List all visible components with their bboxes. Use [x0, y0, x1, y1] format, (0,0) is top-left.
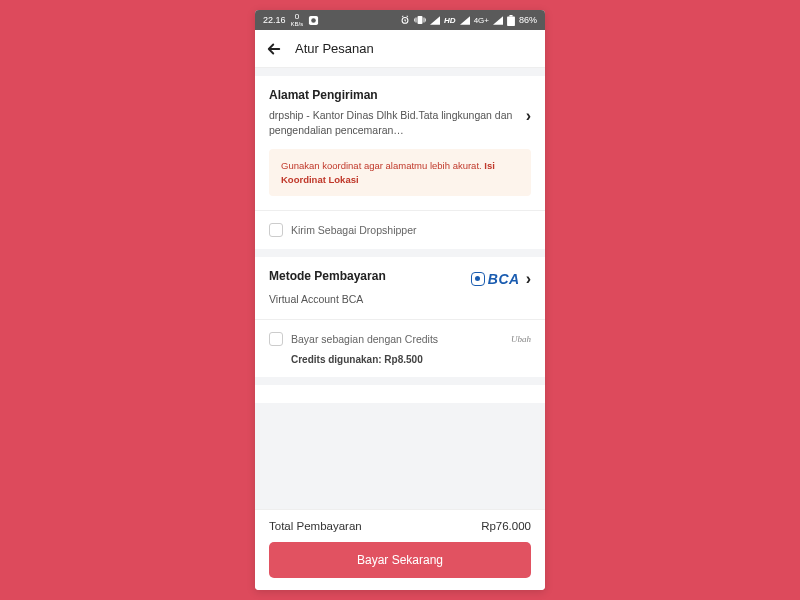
signal-icon	[430, 16, 440, 25]
status-net: 4G+	[474, 16, 489, 25]
credits-checkbox[interactable]	[269, 332, 283, 346]
svg-rect-7	[425, 19, 426, 22]
page-title: Atur Pesanan	[295, 41, 374, 56]
total-amount: Rp76.000	[481, 520, 531, 532]
svg-rect-3	[418, 16, 423, 24]
status-netspeed: 0 KB/s	[291, 13, 304, 27]
chevron-right-icon: ›	[526, 271, 531, 287]
address-heading: Alamat Pengiriman	[269, 88, 531, 102]
coordinate-banner[interactable]: Gunakan koordinat agar alamatmu lebih ak…	[269, 149, 531, 196]
app-bar: Atur Pesanan	[255, 30, 545, 68]
content-scroll[interactable]: Alamat Pengiriman drpship - Kantor Dinas…	[255, 68, 545, 509]
vibrate-icon	[414, 15, 426, 25]
svg-rect-5	[424, 18, 425, 23]
payment-heading: Metode Pembayaran	[269, 269, 386, 283]
dropshipper-row[interactable]: Kirim Sebagai Dropshipper	[269, 211, 531, 237]
svg-rect-9	[507, 16, 515, 25]
camera-icon	[308, 15, 319, 26]
dropshipper-label: Kirim Sebagai Dropshipper	[291, 224, 416, 236]
phone-frame: 22.16 0 KB/s HD 4G+	[255, 10, 545, 590]
address-text: drpship - Kantor Dinas Dlhk Bid.Tata lin…	[269, 108, 518, 137]
checkout-footer: Total Pembayaran Rp76.000 Bayar Sekarang	[255, 509, 545, 590]
signal3-icon	[493, 16, 503, 25]
address-row[interactable]: drpship - Kantor Dinas Dlhk Bid.Tata lin…	[269, 108, 531, 137]
cutoff-card	[255, 385, 545, 403]
status-hd: HD	[444, 16, 456, 25]
status-bar: 22.16 0 KB/s HD 4G+	[255, 10, 545, 30]
svg-rect-4	[416, 18, 417, 23]
dropshipper-checkbox[interactable]	[269, 223, 283, 237]
credits-used-text: Credits digunakan: Rp8.500	[269, 346, 531, 365]
chevron-right-icon: ›	[526, 108, 531, 124]
svg-rect-6	[414, 19, 415, 22]
address-card: Alamat Pengiriman drpship - Kantor Dinas…	[255, 76, 545, 249]
payment-method-button[interactable]: BCA ›	[471, 271, 531, 287]
banner-text: Gunakan koordinat agar alamatmu lebih ak…	[281, 160, 484, 171]
signal2-icon	[460, 16, 470, 25]
payment-subtitle: Virtual Account BCA	[269, 293, 531, 305]
battery-icon	[507, 15, 515, 26]
credits-label: Bayar sebagian dengan Credits	[291, 333, 438, 345]
alarm-icon	[400, 15, 410, 25]
status-battery: 86%	[519, 15, 537, 25]
svg-point-1	[311, 18, 316, 23]
bca-logo-icon: BCA	[471, 271, 520, 287]
credits-row[interactable]: Bayar sebagian dengan Credits	[269, 332, 438, 346]
payment-card: Metode Pembayaran BCA › Virtual Account …	[255, 257, 545, 377]
pay-now-button[interactable]: Bayar Sekarang	[269, 542, 531, 578]
total-label: Total Pembayaran	[269, 520, 362, 532]
svg-rect-8	[509, 15, 512, 17]
status-time: 22.16	[263, 15, 286, 25]
back-icon[interactable]	[265, 40, 283, 58]
credits-change-link[interactable]: Ubah	[511, 334, 531, 344]
